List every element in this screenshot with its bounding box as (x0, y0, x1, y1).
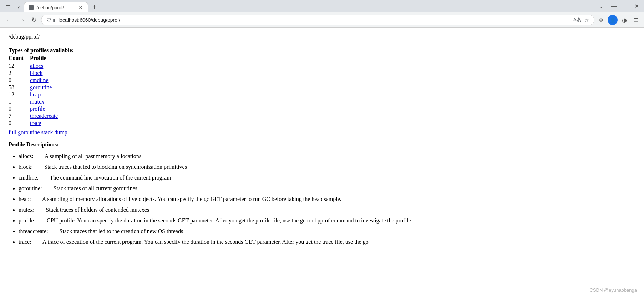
back-button[interactable]: ← (4, 15, 14, 25)
description-term: block: (19, 164, 33, 170)
description-term: profile: (19, 217, 35, 223)
profile-column-header: Profile (30, 55, 46, 61)
profile-link-cell: heap (30, 91, 41, 98)
reload-button[interactable]: ↻ (29, 15, 39, 25)
forward-button[interactable]: → (16, 15, 27, 25)
profile-count: 7 (9, 113, 30, 119)
extensions-button[interactable]: ◑ (620, 15, 629, 25)
profile-link-allocs[interactable]: allocs (30, 63, 43, 69)
description-term: cmdline: (19, 175, 39, 181)
descriptions-list: allocs: A sampling of all past memory al… (9, 152, 635, 246)
description-item: block: Stack traces that led to blocking… (19, 163, 635, 171)
description-text: Stack traces that led to blocking on syn… (44, 164, 187, 170)
profile-link-profile[interactable]: profile (30, 106, 45, 112)
menu-button[interactable]: ☰ (631, 15, 640, 25)
tab-bar-right-controls: ⌄ ― □ ✕ (597, 2, 641, 12)
description-item: goroutine: Stack traces of all current g… (19, 184, 635, 193)
description-item: trace: A trace of execution of the curre… (19, 238, 635, 246)
shield-icon: 🛡 (46, 17, 51, 23)
translate-icon[interactable]: Aあ (573, 17, 582, 23)
url-text: localhost:6060/debug/pprof/ (59, 17, 571, 23)
profile-link-mutex[interactable]: mutex (30, 99, 44, 105)
profile-row: 12heap (9, 91, 635, 98)
restore-button[interactable]: □ (622, 2, 629, 10)
profile-button[interactable]: 👤 (608, 15, 618, 25)
description-term: goroutine: (19, 185, 42, 191)
tab-title-text: /debug/pprof/ (36, 5, 75, 10)
profile-row: 0cmdline (9, 77, 635, 84)
profile-row: 0trace (9, 120, 635, 126)
profile-link-trace[interactable]: trace (30, 120, 41, 126)
profile-count: 58 (9, 84, 30, 91)
description-text: CPU profile. You can specify the duratio… (47, 217, 412, 223)
tab-close-button[interactable]: ✕ (78, 5, 83, 10)
description-text: A sampling of all past memory allocation… (45, 153, 141, 159)
profile-row: 12allocs (9, 63, 635, 69)
profile-count: 12 (9, 63, 30, 69)
description-text: Stack traces of all current goroutines (54, 185, 137, 191)
address-right-icons: Aあ ☆ (573, 17, 589, 23)
new-tab-button[interactable]: + (90, 2, 99, 12)
profile-row: 0profile (9, 106, 635, 112)
profile-link-threadcreate[interactable]: threadcreate (30, 113, 58, 119)
bookmark-icon[interactable]: ☆ (584, 17, 589, 23)
description-text: The command line invocation of the curre… (50, 175, 171, 181)
description-text: A trace of execution of the current prog… (42, 239, 369, 245)
profile-link-cell: trace (30, 120, 41, 126)
description-item: profile: CPU profile. You can specify th… (19, 216, 635, 225)
pocket-button[interactable]: ❄ (597, 15, 605, 25)
full-goroutine-dump-link[interactable]: full goroutine stack dump (9, 129, 635, 136)
description-text: Stack traces of holders of contended mut… (46, 207, 149, 213)
active-tab[interactable]: /debug/pprof/ ✕ (24, 2, 88, 12)
description-text: Stack traces that led to the creation of… (60, 228, 183, 234)
description-item: mutex: Stack traces of holders of conten… (19, 206, 635, 214)
back-tab-button[interactable]: ‹ (15, 3, 22, 12)
profile-link-heap[interactable]: heap (30, 91, 41, 97)
tab-favicon (29, 5, 34, 10)
description-item: threadcreate: Stack traces that led to t… (19, 227, 635, 236)
page-content: /debug/pprof/ Types of profiles availabl… (0, 28, 644, 254)
profile-link-cell: threadcreate (30, 113, 58, 119)
description-item: cmdline: The command line invocation of … (19, 173, 635, 182)
description-term: trace: (19, 239, 31, 245)
profile-link-cell: profile (30, 106, 45, 112)
profile-link-cell: block (30, 70, 43, 76)
tab-overflow-button[interactable]: ⌄ (597, 2, 606, 10)
description-term: heap: (19, 196, 31, 202)
profile-row: 1mutex (9, 99, 635, 105)
page-title: /debug/pprof/ (9, 34, 635, 40)
profile-count: 1 (9, 99, 30, 105)
profile-count: 2 (9, 70, 30, 76)
profile-count: 12 (9, 91, 30, 98)
profile-link-block[interactable]: block (30, 70, 43, 76)
browser-right-icons: ❄ 👤 ◑ ☰ (597, 15, 640, 25)
description-item: heap: A sampling of memory allocations o… (19, 195, 635, 203)
profile-row: 7threadcreate (9, 113, 635, 119)
profiles-list: 12allocs2block0cmdline58goroutine12heap1… (9, 63, 635, 126)
profile-row: 58goroutine (9, 84, 635, 91)
description-term: threadcreate: (19, 228, 48, 234)
profile-link-cell: mutex (30, 99, 44, 105)
profile-count: 0 (9, 106, 30, 112)
profile-link-cell: cmdline (30, 77, 49, 84)
description-item: allocs: A sampling of all past memory al… (19, 152, 635, 161)
tab-bar: ☰ ‹ /debug/pprof/ ✕ + ⌄ ― □ ✕ (0, 0, 644, 12)
profile-row: 2block (9, 70, 635, 76)
description-term: allocs: (19, 153, 34, 159)
minimize-button[interactable]: ― (609, 2, 619, 10)
address-bar-row: ← → ↻ 🛡 ▮ localhost:6060/debug/pprof/ Aあ… (0, 12, 644, 27)
sidebar-toggle-button[interactable]: ☰ (3, 2, 14, 12)
profiles-section-header: Types of profiles available: (9, 47, 635, 54)
count-column-header: Count (9, 55, 30, 61)
descriptions-header: Profile Descriptions: (9, 141, 635, 148)
security-icons: 🛡 ▮ (46, 17, 56, 23)
profile-link-cmdline[interactable]: cmdline (30, 77, 49, 83)
profile-link-cell: goroutine (30, 84, 52, 91)
lock-icon: ▮ (53, 17, 56, 23)
close-window-button[interactable]: ✕ (632, 2, 641, 10)
browser-chrome: ☰ ‹ /debug/pprof/ ✕ + ⌄ ― □ ✕ ← → ↻ 🛡 ▮ … (0, 0, 644, 28)
profile-count: 0 (9, 120, 30, 126)
description-term: mutex: (19, 207, 34, 213)
address-bar[interactable]: 🛡 ▮ localhost:6060/debug/pprof/ Aあ ☆ (41, 15, 594, 25)
profile-link-goroutine[interactable]: goroutine (30, 84, 52, 90)
